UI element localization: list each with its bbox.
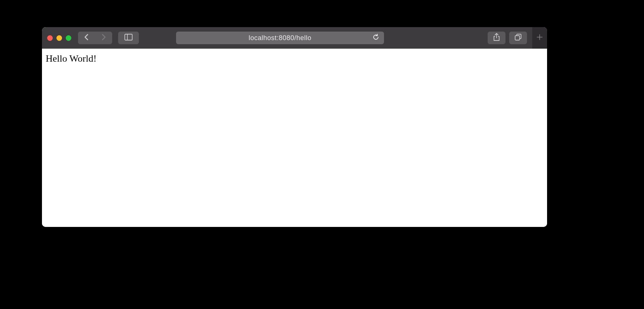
minimize-window-button[interactable] [56,35,62,41]
browser-toolbar: localhost:8080/hello [42,27,547,49]
chevron-right-icon [101,33,107,42]
close-window-button[interactable] [47,35,53,41]
maximize-window-button[interactable] [66,35,71,41]
sidebar-icon [124,34,133,42]
share-button[interactable] [488,32,505,44]
share-icon [493,33,500,43]
page-body-text: Hello World! [46,53,543,64]
right-toolbar-controls [488,27,542,49]
browser-window: localhost:8080/hello [42,27,547,227]
page-content: Hello World! [42,49,547,227]
window-controls [47,35,71,41]
tabs-button[interactable] [509,32,527,44]
forward-button[interactable] [95,32,112,44]
svg-rect-0 [125,34,132,40]
navigation-buttons [78,32,112,44]
new-tab-button[interactable] [532,27,547,49]
address-bar[interactable]: localhost:8080/hello [176,32,384,44]
reload-icon [373,34,379,42]
sidebar-toggle-button[interactable] [118,32,139,44]
reload-button[interactable] [371,33,380,42]
address-text: localhost:8080/hello [248,34,311,42]
tabs-icon [514,33,522,42]
plus-icon [536,34,543,42]
chevron-left-icon [84,33,90,42]
svg-rect-3 [515,36,520,40]
back-button[interactable] [78,32,95,44]
